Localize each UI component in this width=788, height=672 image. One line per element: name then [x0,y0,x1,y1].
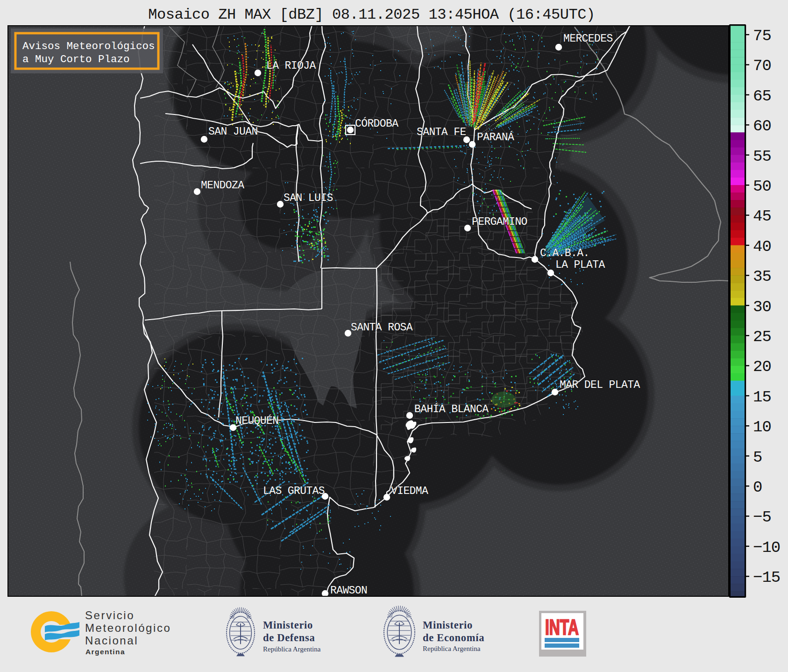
svg-text:de Economía: de Economía [423,632,484,643]
svg-text:República Argentina: República Argentina [263,645,321,653]
svg-text:Ministerio: Ministerio [423,619,473,631]
svg-text:Meteorológico: Meteorológico [85,622,171,634]
svg-text:República Argentina: República Argentina [423,645,481,652]
svg-text:Argentina: Argentina [85,648,125,656]
svg-text:de Defensa: de Defensa [263,632,315,643]
svg-text:Servicio: Servicio [85,609,135,622]
svg-text:INTA: INTA [545,615,579,639]
svg-text:Ministerio: Ministerio [263,619,313,631]
svg-text:Nacional: Nacional [85,634,138,647]
